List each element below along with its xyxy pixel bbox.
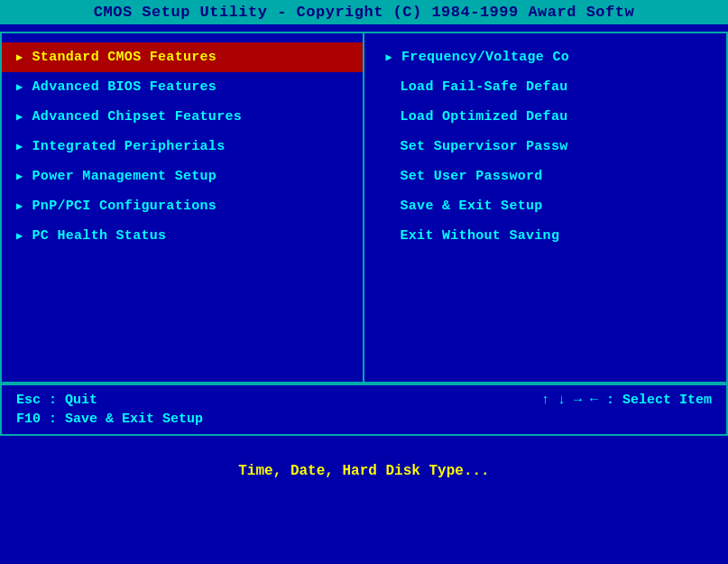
menu-item-save-exit[interactable]: Save & Exit Setup (364, 191, 727, 221)
menu-item-label: PnP/PCI Configurations (32, 199, 217, 214)
left-panel: ▶Standard CMOS Features▶Advanced BIOS Fe… (2, 33, 364, 382)
right-panel: ▶Frequency/Voltage CoLoad Fail-Safe Defa… (364, 33, 727, 382)
arrow-icon: ▶ (16, 51, 23, 64)
menu-item-label: Frequency/Voltage Co (401, 50, 569, 65)
arrow-icon: ▶ (386, 51, 393, 64)
menu-item-label: Set User Password (401, 169, 543, 184)
status-bar: Esc : Quit ↑ ↓ → ← : Select Item F10 : S… (0, 384, 728, 436)
menu-item-pnp-pci[interactable]: ▶PnP/PCI Configurations (2, 191, 363, 221)
menu-item-label: Advanced BIOS Features (32, 79, 217, 95)
menu-item-label: Power Management Setup (32, 169, 217, 184)
status-line1: Esc : Quit ↑ ↓ → ← : Select Item (16, 393, 712, 408)
save-exit-label: F10 : Save & Exit Setup (16, 411, 203, 427)
main-content: ▶Standard CMOS Features▶Advanced BIOS Fe… (0, 32, 728, 384)
menu-item-label: Integrated Peripherials (32, 139, 226, 154)
arrow-icon: ▶ (16, 229, 23, 243)
status-line2: F10 : Save & Exit Setup (16, 411, 712, 427)
menu-item-load-optimized[interactable]: Load Optimized Defau (364, 102, 727, 132)
arrow-icon: ▶ (16, 140, 23, 153)
menu-item-label: Exit Without Saving (401, 228, 560, 244)
menu-item-label: PC Health Status (32, 228, 167, 244)
menu-item-load-failsafe[interactable]: Load Fail-Safe Defau (364, 72, 727, 102)
menu-item-label: Save & Exit Setup (401, 199, 543, 214)
menu-item-exit-nosave[interactable]: Exit Without Saving (364, 221, 727, 251)
arrow-icon: ▶ (16, 80, 23, 94)
menu-item-standard-cmos[interactable]: ▶Standard CMOS Features (2, 42, 363, 72)
menu-item-set-user[interactable]: Set User Password (364, 162, 727, 191)
description-text: Time, Date, Hard Disk Type... (238, 463, 489, 479)
menu-item-label: Standard CMOS Features (32, 50, 217, 65)
menu-item-label: Load Fail-Safe Defau (401, 79, 568, 95)
quit-label: Esc : Quit (16, 393, 97, 408)
title-bar: CMOS Setup Utility - Copyright (C) 1984-… (0, 0, 728, 24)
menu-item-label: Load Optimized Defau (401, 109, 568, 125)
menu-item-label: Advanced Chipset Features (32, 109, 243, 125)
menu-item-power-management[interactable]: ▶Power Management Setup (2, 162, 363, 191)
arrow-icon: ▶ (16, 110, 23, 124)
menu-item-freq-voltage[interactable]: ▶Frequency/Voltage Co (364, 42, 727, 72)
menu-item-set-supervisor[interactable]: Set Supervisor Passw (364, 132, 727, 162)
title-text: CMOS Setup Utility - Copyright (C) 1984-… (94, 4, 634, 21)
select-item-label: ↑ ↓ → ← : Select Item (541, 393, 712, 408)
arrow-icon: ▶ (16, 170, 23, 183)
menu-item-advanced-bios[interactable]: ▶Advanced BIOS Features (2, 72, 363, 102)
description-bar: Time, Date, Hard Disk Type... (0, 445, 728, 497)
arrow-icon: ▶ (16, 199, 23, 213)
menu-item-advanced-chipset[interactable]: ▶Advanced Chipset Features (2, 102, 363, 132)
menu-item-label: Set Supervisor Passw (401, 139, 568, 154)
menu-item-integrated-peripherials[interactable]: ▶Integrated Peripherials (2, 132, 363, 162)
menu-item-pc-health[interactable]: ▶PC Health Status (2, 221, 363, 251)
